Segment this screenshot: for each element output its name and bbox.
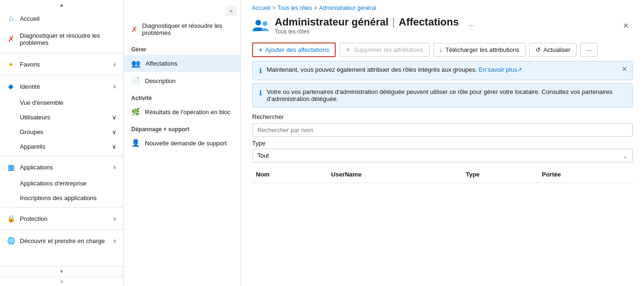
chevron-up-discover-icon: ∧ (113, 238, 117, 244)
breadcrumb-accueil[interactable]: Accueil (252, 5, 271, 11)
more-options-btn[interactable]: ··· (580, 43, 598, 57)
search-label: Rechercher (252, 113, 633, 120)
info-icon-2: ℹ (259, 89, 262, 97)
secondary-nav-section-gerer: Gérer (124, 41, 240, 55)
chevron-down-protect-icon: ∨ (113, 216, 117, 222)
sidebar-item-vue-ensemble[interactable]: Vue d'ensemble (0, 95, 123, 110)
protect-icon: 🔒 (7, 214, 15, 223)
secondary-nav: « ✗ Diagnostiquer et résoudre les problè… (124, 0, 241, 286)
secondary-nav-resultats[interactable]: 🌿 Résultats de l'opération en bloc (124, 103, 240, 120)
sidebar-label-accueil: Accueil (20, 15, 117, 22)
secondary-nav-diagnose[interactable]: ✗ Diagnostiquer et résoudre les problème… (124, 18, 240, 41)
sidebar-label-groupes: Groupes (20, 128, 43, 135)
sidebar-item-appareils[interactable]: Appareils ∨ (0, 139, 123, 154)
chevron-up-icon: ∧ (113, 84, 117, 90)
secondary-description-label: Description (145, 77, 176, 84)
remove-attributions-label: Supprimer les attributions (354, 46, 423, 53)
apps-icon: ▦ (7, 163, 15, 171)
banner1-link[interactable]: En savoir plus↗ (479, 66, 523, 73)
page-header-text: Administrateur général | Affectations To… (275, 16, 459, 35)
download-attributions-btn[interactable]: ↓ Télécharger les attributions (433, 43, 525, 57)
refresh-label: Actualiser (543, 46, 570, 53)
affectations-table: Nom UserName Type Portée (252, 166, 633, 183)
sidebar-item-inscriptions-apps[interactable]: Inscriptions des applications (0, 191, 123, 205)
info-banners: ℹ Maintenant, vous pouvez également attr… (241, 61, 644, 111)
secondary-nav-nouvelle-demande[interactable]: 👤 Nouvelle demande de support (124, 135, 240, 151)
main-content: « ✗ Diagnostiquer et résoudre les problè… (124, 0, 644, 286)
breadcrumb: Accueil > Tous les rôles > Administrateu… (241, 0, 644, 13)
col-type: Type (462, 166, 538, 183)
download-icon: ↓ (440, 46, 443, 53)
sidebar-label-apps-entreprise: Applications d'entreprise (20, 180, 86, 187)
sidebar-item-identite[interactable]: ◆ Identité ∧ (0, 77, 123, 95)
type-select[interactable]: Tout Membre Invité (252, 149, 633, 162)
remove-attributions-btn[interactable]: ✕ Supprimer les attributions (339, 43, 429, 57)
content-wrapper: « ✗ Diagnostiquer et résoudre les problè… (124, 0, 644, 286)
header-close-btn[interactable]: ✕ (619, 19, 633, 32)
chevron-down-utilisateurs-icon: ∨ (112, 114, 117, 121)
sidebar-item-diagnostiquer[interactable]: ✗ Diagnostiquer et résoudre les problème… (0, 27, 123, 51)
chevron-down-icon: ∨ (113, 61, 117, 67)
sidebar-item-decouvrir[interactable]: 🌐 Découvrir et prendre en charge ∧ (0, 232, 123, 250)
page-header-icon (252, 17, 269, 34)
add-affectations-btn[interactable]: + Ajouter des affectations (252, 42, 336, 57)
sidebar-label-favoris: Favoris (20, 61, 108, 68)
sidebar-item-groupes[interactable]: Groupes ∨ (0, 125, 123, 139)
add-affectations-label: Ajouter des affectations (265, 46, 330, 53)
sidebar-label-utilisateurs: Utilisateurs (20, 114, 50, 121)
secondary-nav-affectations[interactable]: 👥 Affectations (124, 55, 240, 72)
sidebar-scroll-down[interactable]: ▼ (0, 266, 123, 276)
sidebar-label-inscriptions-apps: Inscriptions des applications (20, 194, 97, 202)
svg-point-0 (255, 20, 261, 25)
secondary-nav-description[interactable]: 📄 Description (124, 72, 240, 89)
more-dots-icon: ··· (586, 46, 592, 53)
sidebar-item-apps-entreprise[interactable]: Applications d'entreprise (0, 176, 123, 191)
nouvelle-demande-icon: 👤 (131, 139, 140, 147)
download-attributions-label: Télécharger les attributions (445, 46, 519, 53)
sidebar-label-diagnostiquer: Diagnostiquer et résoudre les problèmes (20, 32, 117, 46)
type-label: Type (252, 140, 633, 147)
secondary-diagnose-icon: ✗ (131, 25, 137, 34)
sidebar-label-decouvrir: Découvrir et prendre en charge (20, 237, 108, 244)
chevron-up-apps-icon: ∧ (113, 164, 117, 170)
chevron-down-appareils-icon: ∨ (112, 143, 117, 150)
info-banner-roles-groupes: ℹ Maintenant, vous pouvez également attr… (252, 61, 633, 80)
page-title-part2: Affectations (399, 16, 459, 28)
page-subtitle: Tous les rôles (275, 28, 459, 35)
search-input[interactable] (252, 123, 633, 137)
col-portee: Portée (538, 166, 633, 183)
sidebar-label-applications: Applications (20, 164, 108, 171)
sidebar-item-utilisateurs[interactable]: Utilisateurs ∨ (0, 110, 123, 125)
chevron-down-groupes-icon: ∨ (112, 128, 117, 135)
sidebar-item-protection[interactable]: 🔒 Protection ∨ (0, 210, 123, 227)
breadcrumb-sep2: > (314, 5, 317, 11)
sidebar-item-accueil[interactable]: ⌂ Accueil (0, 9, 123, 27)
page-title-part1: Administrateur général (275, 16, 389, 28)
sidebar-collapse-btn[interactable]: « (0, 276, 123, 286)
info-icon-1: ℹ (259, 67, 262, 75)
svg-point-1 (263, 21, 267, 26)
resultats-icon: 🌿 (131, 108, 140, 116)
sidebar-item-favoris[interactable]: ★ Favoris ∨ (0, 55, 123, 73)
refresh-icon: ↺ (535, 46, 541, 53)
breadcrumb-sep1: > (272, 5, 276, 11)
sidebar-item-applications[interactable]: ▦ Applications ∧ (0, 158, 123, 176)
refresh-btn[interactable]: ↺ Actualiser (529, 43, 576, 57)
affectations-icon: 👥 (131, 59, 141, 68)
page-title-sep: | (392, 16, 395, 28)
banner1-close-btn[interactable]: ✕ (622, 65, 627, 73)
breadcrumb-current[interactable]: Administrateur général (319, 5, 376, 11)
col-nom: Nom (252, 166, 327, 183)
header-more-btn[interactable]: ··· (468, 21, 475, 30)
sidebar-label-appareils: Appareils (20, 143, 45, 150)
secondary-nav-section-activite: Activité (124, 89, 240, 103)
col-username: UserName (327, 166, 462, 183)
diagnose-icon: ✗ (7, 35, 15, 43)
breadcrumb-tous-roles[interactable]: Tous les rôles (278, 5, 312, 11)
sidebar-scroll-up[interactable]: ▲ (0, 0, 123, 9)
info-banner-partenaires: ℹ Votre ou vos partenaires d'administrat… (252, 83, 633, 108)
banner1-text: Maintenant, vous pouvez également attrib… (267, 66, 522, 73)
secondary-nav-collapse-btn[interactable]: « (226, 6, 237, 16)
secondary-resultats-label: Résultats de l'opération en bloc (145, 109, 230, 116)
table-area: Nom UserName Type Portée (241, 166, 644, 286)
